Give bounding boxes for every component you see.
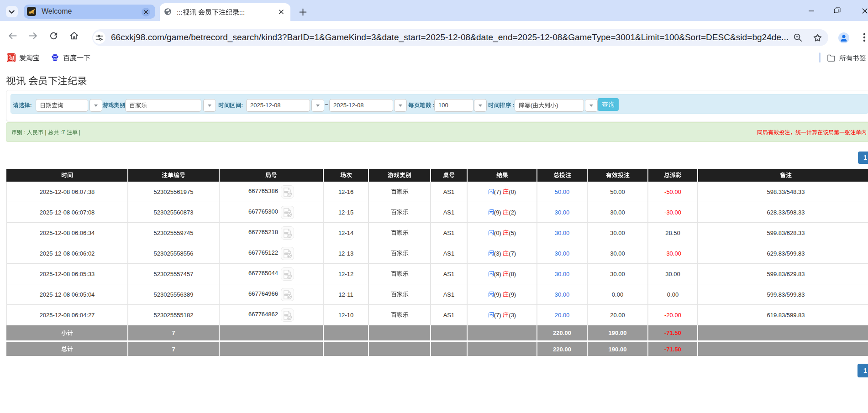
svg-text:du: du (53, 58, 57, 61)
